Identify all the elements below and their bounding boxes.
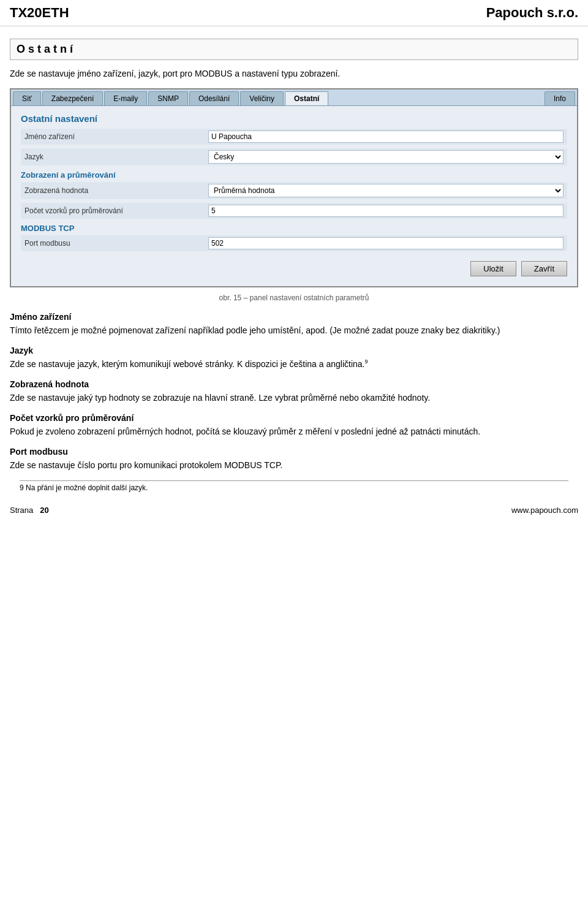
footnote: 9 Na přání je možné doplnit další jazyk. [20, 480, 568, 492]
body-section-pocet: Počet vzorků pro průměrování Pokud je zv… [10, 413, 578, 438]
body-heading-pocet: Počet vzorků pro průměrování [10, 413, 578, 423]
section-heading: O s t a t n í [10, 39, 578, 60]
form-row-pocet: Počet vzorků pro průměrování [21, 203, 567, 219]
product-name: TX20ETH [10, 5, 69, 21]
body-heading-zobrazena: Zobrazená hodnota [10, 379, 578, 389]
body-section-jazyk: Jazyk Zde se nastavuje jazyk, kterým kom… [10, 346, 578, 371]
panel-title: Ostatní nastavení [21, 113, 567, 124]
page-number: Strana 20 [10, 506, 49, 515]
form-row-jazyk: Jazyk Česky English [21, 148, 567, 165]
subsection-zobrazeni: Zobrazení a průměrování Zobrazená hodnot… [21, 170, 567, 219]
body-text-jmeno: Tímto řetězcem je možné pojmenovat zaříz… [10, 324, 578, 337]
body-text-pocet: Pokud je zvoleno zobrazení průměrných ho… [10, 425, 578, 438]
body-heading-port: Port modbusu [10, 447, 578, 457]
save-button[interactable]: Uložit [470, 261, 516, 276]
body-heading-jazyk: Jazyk [10, 346, 578, 355]
panel-screenshot: Síť Zabezpečení E-maily SNMP Odesílání V… [10, 88, 578, 287]
company-name: Papouch s.r.o. [486, 5, 578, 21]
form-row-port: Port modbusu [21, 235, 567, 251]
tab-zabezpeceni[interactable]: Zabezpečení [42, 91, 103, 105]
page-footer: Strana 20 www.papouch.com [0, 502, 588, 518]
form-row-zobrazena: Zobrazená hodnota Průměrná hodnota Okamž… [21, 182, 567, 199]
label-zobrazena: Zobrazená hodnota [24, 186, 208, 195]
subsection-modbus-title: MODBUS TCP [21, 224, 567, 233]
body-text-port: Zde se nastavuje číslo portu pro komunik… [10, 459, 578, 472]
label-jazyk: Jazyk [24, 153, 208, 161]
body-section-jmeno: Jméno zařízení Tímto řetězcem je možné p… [10, 312, 578, 337]
tab-ostatni[interactable]: Ostatní [285, 91, 328, 105]
subsection-modbus: MODBUS TCP Port modbusu [21, 224, 567, 251]
label-pocet: Počet vzorků pro průměrování [24, 207, 208, 215]
form-row-jmeno: Jméno zařízení [21, 129, 567, 145]
input-pocet[interactable] [208, 205, 564, 217]
tab-info[interactable]: Info [545, 91, 575, 105]
footnote-superscript: 9 [364, 358, 368, 365]
input-port[interactable] [208, 237, 564, 249]
label-port: Port modbusu [24, 239, 208, 248]
value-zobrazena: Průměrná hodnota Okamžitá hodnota [208, 184, 564, 197]
panel-caption: obr. 15 – panel nastavení ostatních para… [10, 294, 578, 302]
select-jazyk[interactable]: Česky English [208, 150, 564, 164]
value-port [208, 237, 564, 249]
website: www.papouch.com [511, 506, 578, 515]
value-jazyk: Česky English [208, 150, 564, 164]
nav-tabs: Síť Zabezpečení E-maily SNMP Odesílání V… [11, 89, 577, 105]
button-row: Uložit Zavřít [21, 261, 567, 276]
tab-odesilani[interactable]: Odesílání [189, 91, 239, 105]
input-jmeno[interactable] [208, 131, 564, 143]
panel-body: Ostatní nastavení Jméno zařízení Jazyk Č… [11, 105, 577, 286]
intro-text: Zde se nastavuje jméno zařízení, jazyk, … [10, 69, 578, 78]
body-section-port: Port modbusu Zde se nastavuje číslo port… [10, 447, 578, 472]
body-section-zobrazena: Zobrazená hodnota Zde se nastavuje jaký … [10, 379, 578, 404]
label-jmeno: Jméno zařízení [24, 132, 208, 141]
page-header: TX20ETH Papouch s.r.o. [0, 0, 588, 26]
value-jmeno [208, 131, 564, 143]
tab-veliciny[interactable]: Veličiny [240, 91, 284, 105]
main-content: O s t a t n í Zde se nastavuje jméno zař… [0, 34, 588, 502]
body-text-jazyk: Zde se nastavuje jazyk, kterým komunikuj… [10, 358, 578, 371]
select-zobrazena[interactable]: Průměrná hodnota Okamžitá hodnota [208, 184, 564, 197]
body-text-zobrazena: Zde se nastavuje jaký typ hodnoty se zob… [10, 392, 578, 404]
tab-sit[interactable]: Síť [13, 91, 41, 105]
tab-emaily[interactable]: E-maily [104, 91, 147, 105]
subsection-zobrazeni-title: Zobrazení a průměrování [21, 170, 567, 180]
close-button[interactable]: Zavřít [521, 261, 567, 276]
tab-snmp[interactable]: SNMP [148, 91, 188, 105]
value-pocet [208, 205, 564, 217]
body-heading-jmeno: Jméno zařízení [10, 312, 578, 322]
